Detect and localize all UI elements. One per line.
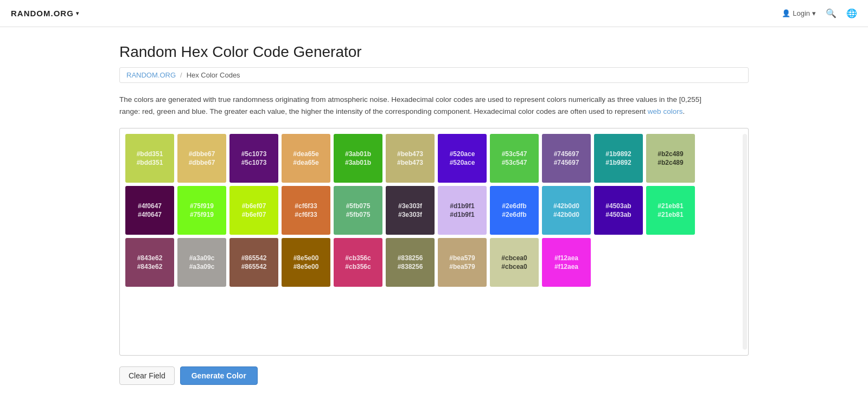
color-swatch[interactable]: #745697#745697 <box>542 134 591 183</box>
color-grid-container: #bdd351#bdd351#dbbe67#dbbe67#5c1073#5c10… <box>119 128 749 356</box>
description-text-2: range: red, green and blue. The greater … <box>119 107 648 115</box>
color-swatch[interactable]: #b6ef07#b6ef07 <box>229 186 278 235</box>
color-swatch[interactable]: #a3a09c#a3a09c <box>177 238 226 287</box>
color-swatch[interactable]: #beb473#beb473 <box>386 134 435 183</box>
color-swatch[interactable]: #dea65e#dea65e <box>282 134 330 183</box>
brand-caret: ▾ <box>76 10 79 16</box>
main-content: Random Hex Color Code Generator RANDOM.O… <box>108 27 760 396</box>
color-swatch[interactable]: #5fb075#5fb075 <box>334 186 382 235</box>
color-swatch[interactable]: #2e6dfb#2e6dfb <box>490 186 539 235</box>
brand-link[interactable]: RANDOM.ORG ▾ <box>11 9 79 18</box>
color-grid: #bdd351#bdd351#dbbe67#dbbe67#5c1073#5c10… <box>125 134 743 287</box>
brand-text: RANDOM.ORG <box>11 9 74 18</box>
color-swatch[interactable]: #838256#838256 <box>386 238 435 287</box>
breadcrumb-home-link[interactable]: RANDOM.ORG <box>126 71 176 79</box>
color-swatch[interactable]: #cbcea0#cbcea0 <box>490 238 539 287</box>
color-swatch[interactable]: #bdd351#bdd351 <box>125 134 174 183</box>
button-row: Clear Field Generate Color <box>119 366 749 385</box>
page-title: Random Hex Color Code Generator <box>119 43 749 61</box>
login-label: Login <box>793 9 810 17</box>
color-swatch[interactable]: #cf6f33#cf6f33 <box>282 186 330 235</box>
login-caret: ▾ <box>812 9 816 17</box>
description: The colors are generated with true rando… <box>119 94 749 117</box>
color-swatch[interactable]: #520ace#520ace <box>438 134 487 183</box>
color-swatch[interactable]: #8e5e00#8e5e00 <box>282 238 330 287</box>
color-swatch[interactable]: #53c547#53c547 <box>490 134 539 183</box>
breadcrumb-separator: / <box>180 71 182 79</box>
globe-icon[interactable]: 🌐 <box>846 8 857 18</box>
color-swatch[interactable]: #1b9892#1b9892 <box>594 134 643 183</box>
color-swatch[interactable]: #865542#865542 <box>229 238 278 287</box>
user-icon: 👤 <box>782 9 790 17</box>
breadcrumb-current: Hex Color Codes <box>187 71 240 79</box>
color-swatch[interactable]: #4503ab#4503ab <box>594 186 643 235</box>
description-end: . <box>682 107 685 115</box>
color-swatch[interactable]: #21eb81#21eb81 <box>646 186 695 235</box>
color-swatch[interactable]: #d1b9f1#d1b9f1 <box>438 186 487 235</box>
color-swatch[interactable]: #3ab01b#3ab01b <box>334 134 382 183</box>
color-swatch[interactable]: #bea579#bea579 <box>438 238 487 287</box>
color-swatch[interactable]: #dbbe67#dbbe67 <box>177 134 226 183</box>
color-swatch[interactable]: #4f0647#4f0647 <box>125 186 174 235</box>
web-colors-link[interactable]: web colors <box>648 107 683 115</box>
color-swatch[interactable]: #cb356c#cb356c <box>334 238 382 287</box>
color-swatch[interactable]: #b2c489#b2c489 <box>646 134 695 183</box>
generate-color-button[interactable]: Generate Color <box>180 366 258 385</box>
color-swatch[interactable]: #42b0d0#42b0d0 <box>542 186 591 235</box>
breadcrumb: RANDOM.ORG / Hex Color Codes <box>119 67 749 83</box>
color-swatch[interactable]: #5c1073#5c1073 <box>229 134 278 183</box>
clear-field-button[interactable]: Clear Field <box>119 366 175 385</box>
login-button[interactable]: 👤 Login ▾ <box>782 9 816 17</box>
navbar-right: 👤 Login ▾ 🔍 🌐 <box>782 8 857 18</box>
color-swatch[interactable]: #843e62#843e62 <box>125 238 174 287</box>
color-swatch[interactable]: #75f919#75f919 <box>177 186 226 235</box>
search-icon[interactable]: 🔍 <box>826 8 837 18</box>
navbar: RANDOM.ORG ▾ 👤 Login ▾ 🔍 🌐 <box>0 0 868 27</box>
color-swatch[interactable]: #f12aea#f12aea <box>542 238 591 287</box>
description-text-1: The colors are generated with true rando… <box>119 95 701 104</box>
color-swatch[interactable]: #3e303f#3e303f <box>386 186 435 235</box>
